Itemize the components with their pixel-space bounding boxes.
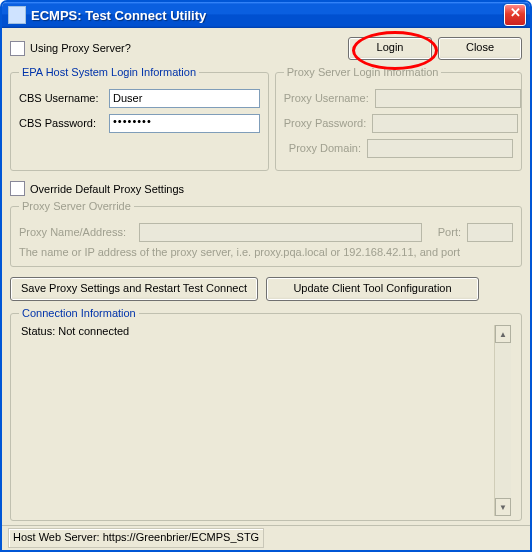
proxy-port-label: Port: — [438, 226, 461, 238]
titlebar: ECMPS: Test Connect Utility ✕ — [2, 2, 530, 28]
connection-info-group: Connection Information Status: Not conne… — [10, 307, 522, 521]
app-icon — [8, 6, 26, 24]
update-tool-button[interactable]: Update Client Tool Configuration — [266, 277, 479, 301]
login-panels: EPA Host System Login Information CBS Us… — [10, 66, 522, 171]
top-row: Using Proxy Server? Login Close — [10, 36, 522, 60]
proxy-login-legend: Proxy Server Login Information — [284, 66, 442, 78]
proxy-port-input — [467, 223, 513, 242]
override-proxy-checkbox[interactable] — [10, 181, 25, 196]
override-proxy-label: Override Default Proxy Settings — [30, 183, 184, 195]
window-title: ECMPS: Test Connect Utility — [31, 8, 504, 23]
epa-login-legend: EPA Host System Login Information — [19, 66, 199, 78]
proxy-password-label: Proxy Password: — [284, 117, 373, 129]
proxy-name-input — [139, 223, 422, 242]
action-button-row: Save Proxy Settings and Restart Test Con… — [10, 277, 522, 301]
close-button[interactable]: Close — [438, 37, 522, 60]
save-proxy-button[interactable]: Save Proxy Settings and Restart Test Con… — [10, 277, 258, 301]
using-proxy-checkbox[interactable] — [10, 41, 25, 56]
cbs-password-label: CBS Password: — [19, 117, 109, 129]
connection-scrollbar[interactable]: ▲ ▼ — [494, 325, 511, 516]
cbs-password-input[interactable]: •••••••• — [109, 114, 260, 133]
proxy-override-helper: The name or IP address of the proxy serv… — [19, 246, 513, 258]
client-area: Using Proxy Server? Login Close EPA Host… — [2, 28, 530, 525]
using-proxy-label: Using Proxy Server? — [30, 42, 131, 54]
connection-info-legend: Connection Information — [19, 307, 139, 319]
override-row: Override Default Proxy Settings — [10, 181, 522, 196]
cbs-username-input[interactable] — [109, 89, 260, 108]
connection-status-text: Status: Not connected — [21, 325, 494, 516]
proxy-name-label: Proxy Name/Address: — [19, 226, 139, 238]
statusbar-host: Host Web Server: https://Greenbrier/ECMP… — [8, 528, 264, 548]
login-button[interactable]: Login — [348, 37, 432, 60]
window-close-button[interactable]: ✕ — [504, 4, 526, 26]
proxy-domain-input — [367, 139, 513, 158]
scroll-up-arrow-icon[interactable]: ▲ — [495, 325, 511, 343]
proxy-password-input — [372, 114, 518, 133]
epa-login-group: EPA Host System Login Information CBS Us… — [10, 66, 269, 171]
proxy-domain-label: Proxy Domain: — [284, 142, 367, 154]
proxy-username-label: Proxy Username: — [284, 92, 375, 104]
proxy-username-input — [375, 89, 521, 108]
cbs-username-label: CBS Username: — [19, 92, 109, 104]
proxy-override-group: Proxy Server Override Proxy Name/Address… — [10, 200, 522, 267]
scroll-down-arrow-icon[interactable]: ▼ — [495, 498, 511, 516]
proxy-login-group: Proxy Server Login Information Proxy Use… — [275, 66, 522, 171]
statusbar: Host Web Server: https://Greenbrier/ECMP… — [2, 525, 530, 550]
proxy-override-legend: Proxy Server Override — [19, 200, 134, 212]
app-window: ECMPS: Test Connect Utility ✕ Using Prox… — [0, 0, 532, 552]
